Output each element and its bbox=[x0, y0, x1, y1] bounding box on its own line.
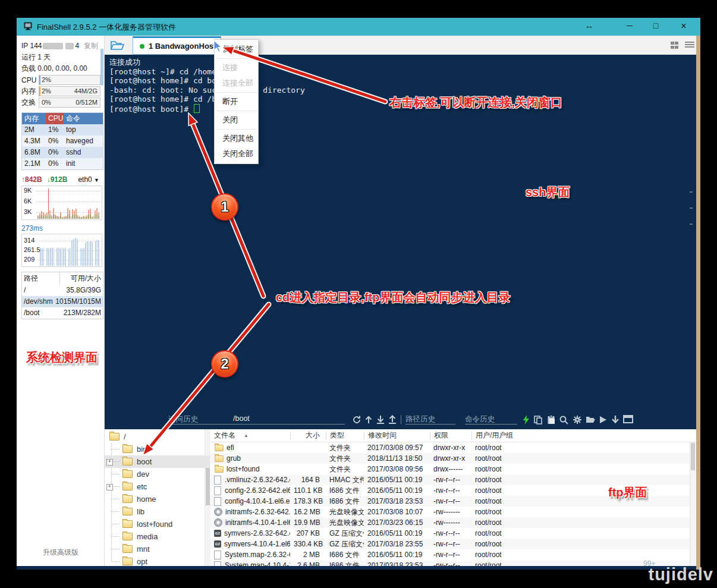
tree-item-bin[interactable]: bin bbox=[105, 443, 210, 455]
menu-item[interactable]: 关闭其他 bbox=[215, 131, 258, 146]
file-row[interactable]: efi文件夹2017/03/08 09:57drwxr-xr-xroot/roo… bbox=[210, 442, 696, 453]
lightning-sync-icon[interactable] bbox=[521, 415, 531, 425]
download-bar bbox=[95, 215, 96, 219]
disk-col-header[interactable]: 可用/大小 bbox=[59, 272, 103, 285]
upgrade-link[interactable]: 升级高级版 bbox=[43, 548, 78, 558]
paste-icon[interactable] bbox=[546, 415, 556, 425]
file-row[interactable]: grub文件夹2018/11/13 18:50drwxr-xr-xroot/ro… bbox=[210, 453, 696, 464]
settings-gear-icon[interactable] bbox=[573, 415, 582, 425]
menu-list-icon[interactable] bbox=[685, 42, 694, 49]
process-col-header[interactable]: 内存 bbox=[22, 113, 46, 124]
tree-item-etc[interactable]: +etc bbox=[105, 480, 210, 493]
disk-row[interactable]: /dev/shm1015M/1015M bbox=[22, 296, 103, 307]
file-size-cell: 178.3 KB bbox=[290, 497, 326, 505]
open-folder-icon[interactable] bbox=[586, 415, 595, 425]
path-history-field[interactable]: 路径历史 bbox=[405, 414, 455, 425]
file-row[interactable]: GZsymvers-2.6.32-642.el...207 KBGZ 压缩文件2… bbox=[210, 528, 696, 539]
download-icon[interactable] bbox=[376, 415, 385, 425]
play-run-icon[interactable] bbox=[599, 415, 608, 425]
memory-gauge: 内存 2%44M/2G bbox=[21, 86, 102, 97]
session-tab[interactable]: 1 BandwagonHost bbox=[133, 36, 221, 55]
process-row[interactable]: 4.3M0%haveged bbox=[22, 136, 103, 147]
minimize-button[interactable]: ─ bbox=[623, 21, 636, 30]
process-row[interactable]: 2.1M0%init bbox=[22, 158, 103, 169]
process-row[interactable]: 6.8M0%sshd bbox=[22, 147, 103, 158]
interface-selector[interactable]: eth0 ▼ bbox=[78, 175, 99, 184]
file-modified-cell: 2016/05/11 00:19 bbox=[364, 486, 430, 495]
ping-tick: 261.5 bbox=[24, 246, 40, 253]
annotation-cd-tip: cd进入指定目录,ftp界面会自动同步进入目录 bbox=[276, 290, 510, 306]
ip-label: IP 144 bbox=[21, 42, 42, 50]
file-col-header[interactable]: 修改时间 bbox=[364, 431, 430, 440]
tree-item-boot[interactable]: +boot bbox=[105, 455, 210, 468]
file-col-header[interactable]: 权限 bbox=[430, 431, 471, 440]
ping-bar bbox=[50, 248, 51, 266]
copy-icon[interactable] bbox=[533, 415, 543, 425]
process-col-header[interactable]: 命令 bbox=[64, 113, 103, 124]
file-col-header[interactable]: 文件名▲ bbox=[210, 431, 290, 440]
search-icon[interactable] bbox=[559, 415, 568, 425]
process-row[interactable]: 2M1%top bbox=[22, 124, 103, 136]
disk-col-header[interactable]: 路径 bbox=[22, 272, 59, 285]
file-table-scrollbar[interactable] bbox=[690, 442, 696, 566]
tree-item-root[interactable]: / bbox=[105, 430, 210, 443]
tree-item-mnt[interactable]: mnt bbox=[105, 543, 210, 555]
ping-bars bbox=[40, 237, 100, 266]
menu-item[interactable]: 关闭全部 bbox=[215, 146, 258, 162]
file-row[interactable]: GZsymvers-4.10.4-1.el6....330.4 KBGZ 压缩文… bbox=[210, 539, 696, 549]
span-windows-button[interactable]: ↔ bbox=[583, 21, 596, 30]
tree-item-lost+found[interactable]: lost+found bbox=[105, 518, 210, 530]
ping-bar-slot bbox=[60, 237, 61, 266]
net-bar-slot bbox=[79, 188, 80, 219]
window-monitor-icon[interactable] bbox=[623, 415, 633, 425]
titlebar: FinalShell 2.9.5.2 一体化服务器管理软件 ↔ ─ □ × bbox=[17, 18, 700, 36]
tab-context-menu: 复制标签连接连接全部断开关闭关闭其他关闭全部 bbox=[214, 39, 259, 164]
tree-item-opt[interactable]: opt bbox=[105, 555, 210, 566]
file-row[interactable]: System.map-4.10.4-1...2.6 MBI686 文件2017/… bbox=[210, 560, 696, 566]
file-table-scrollbar-thumb[interactable] bbox=[691, 443, 695, 470]
annotation-tab-tip: 右击标签,可以断开连接,关闭窗口 bbox=[389, 95, 562, 111]
file-perm-cell: -rw-r--r-- bbox=[430, 497, 471, 505]
path-input[interactable]: /boot bbox=[233, 414, 345, 425]
expand-icon[interactable]: + bbox=[106, 484, 113, 490]
copy-ip-button[interactable]: 复制 bbox=[84, 41, 98, 51]
tab-bar: 1 BandwagonHost bbox=[105, 36, 700, 55]
ping-bar-slot bbox=[87, 237, 88, 266]
file-col-header[interactable]: 类型 bbox=[326, 431, 364, 440]
ping-bar bbox=[63, 249, 64, 266]
file-row[interactable]: lost+found文件夹2017/03/08 09:56drwx------r… bbox=[210, 464, 696, 474]
file-row[interactable]: .vmlinuz-2.6.32-642.el...164 BHMAC 文件201… bbox=[210, 474, 696, 485]
open-connection-folder-button[interactable] bbox=[109, 39, 125, 52]
menu-item[interactable]: 断开 bbox=[215, 94, 258, 109]
grid-view-icon[interactable] bbox=[671, 42, 680, 49]
disk-row[interactable]: /35.8G/39G bbox=[22, 285, 103, 296]
disk-row[interactable]: /boot213M/282M bbox=[22, 307, 103, 319]
tree-item-media[interactable]: media bbox=[105, 530, 210, 543]
file-name-cell: .vmlinuz-2.6.32-642.el... bbox=[210, 476, 290, 485]
file-col-header[interactable]: 用户/用户组 bbox=[471, 431, 696, 440]
file-name: System.map-2.6.32-6... bbox=[225, 551, 290, 559]
file-row[interactable]: System.map-2.6.32-6...2 MBI686 文件2016/05… bbox=[210, 549, 696, 560]
file-row[interactable]: initramfs-2.6.32-642.e...16.2 MB光盘映像文...… bbox=[210, 507, 696, 517]
menu-item[interactable]: 关闭 bbox=[215, 112, 258, 128]
up-directory-icon[interactable] bbox=[364, 415, 373, 425]
tree-item-lib[interactable]: lib bbox=[105, 505, 210, 518]
close-button[interactable]: × bbox=[677, 21, 690, 32]
tree-item-dev[interactable]: dev bbox=[105, 468, 210, 480]
sidebar-scrollbar[interactable] bbox=[100, 49, 103, 86]
tree-item-home[interactable]: home bbox=[105, 493, 210, 505]
file-row[interactable]: initramfs-4.10.4-1.el6....19.9 MB光盘映像文..… bbox=[210, 517, 696, 528]
download-arrow-icon[interactable] bbox=[611, 415, 620, 425]
file-col-header[interactable]: 大小 bbox=[290, 431, 326, 440]
process-col-header[interactable]: CPU bbox=[46, 113, 64, 124]
expand-icon[interactable]: + bbox=[106, 459, 113, 466]
net-bar-slot bbox=[71, 188, 72, 219]
file-perm-cell: -rw-r--r-- bbox=[430, 551, 471, 559]
window-edge-strip bbox=[696, 36, 700, 570]
upload-icon[interactable] bbox=[388, 415, 397, 425]
maximize-button[interactable]: □ bbox=[649, 21, 662, 30]
command-history-field[interactable]: 命令历史 bbox=[465, 414, 517, 425]
refresh-icon[interactable] bbox=[352, 415, 361, 425]
download-bar bbox=[39, 216, 40, 219]
folder-icon bbox=[122, 470, 133, 478]
